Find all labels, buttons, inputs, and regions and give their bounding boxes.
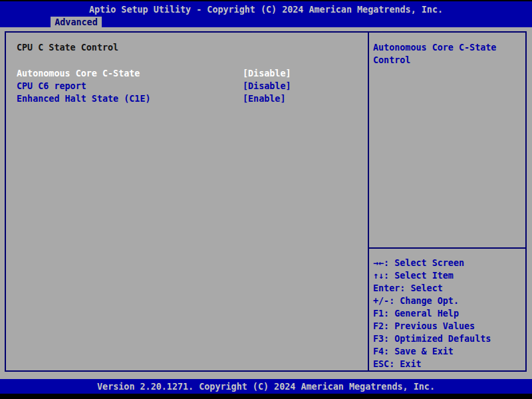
menu-item-enhanced-halt-state[interactable]: Enhanced Halt State (C1E) [Enable] xyxy=(0,94,363,104)
key-legend-change-opt: +/-: Change Opt. xyxy=(373,296,459,306)
key-legend-f2-previous-values: F2: Previous Values xyxy=(373,321,475,331)
section-heading: CPU C State Control xyxy=(17,43,118,53)
title-bar-text: Aptio Setup Utility - Copyright (C) 2024… xyxy=(89,5,443,15)
menu-item-label: Enhanced Halt State (C1E) xyxy=(17,94,151,104)
footer-bar: Version 2.20.1271. Copyright (C) 2024 Am… xyxy=(0,379,532,394)
menu-item-cpu-c6-report[interactable]: CPU C6 report [Disable] xyxy=(0,81,363,92)
tab-advanced-label: Advanced xyxy=(55,17,98,27)
bios-setup-screen: Aptio Setup Utility - Copyright (C) 2024… xyxy=(0,0,532,399)
menu-item-autonomous-core-cstate[interactable]: Autonomous Core C-State [Disable] xyxy=(0,68,363,79)
menu-item-value[interactable]: [Disable] xyxy=(243,68,291,79)
menu-item-label: Autonomous Core C-State xyxy=(17,68,140,79)
key-legend-select-screen: →←: Select Screen xyxy=(373,258,464,268)
key-legend-f4-save-exit: F4: Save & Exit xyxy=(373,346,454,356)
menu-item-value[interactable]: [Enable] xyxy=(243,94,286,104)
key-legend-f3-optimized-defaults: F3: Optimized Defaults xyxy=(373,334,491,344)
key-legend-f1-general-help: F1: General Help xyxy=(373,309,459,319)
key-legend-enter-select: Enter: Select xyxy=(373,283,443,293)
key-legend-select-item: ↑↓: Select Item xyxy=(373,271,454,281)
key-legend-esc-exit: ESC: Exit xyxy=(373,359,422,369)
menu-item-label: CPU C6 report xyxy=(17,81,86,92)
help-text-line: Autonomous Core C-State xyxy=(373,43,496,53)
tab-advanced[interactable]: Advanced xyxy=(51,17,102,28)
panel-vertical-divider xyxy=(368,31,369,372)
title-bar: Aptio Setup Utility - Copyright (C) 2024… xyxy=(0,1,532,17)
help-text-line: Control xyxy=(373,55,410,65)
help-panel-horizontal-divider xyxy=(369,247,525,249)
menu-item-value[interactable]: [Disable] xyxy=(243,81,291,92)
footer-version-text: Version 2.20.1271. Copyright (C) 2024 Am… xyxy=(97,382,435,392)
